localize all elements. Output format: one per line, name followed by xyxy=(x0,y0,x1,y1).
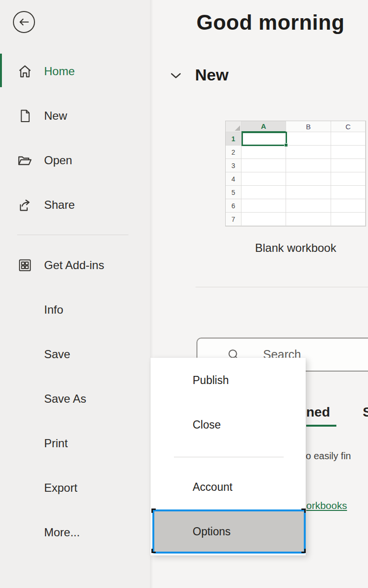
grid-cell xyxy=(242,146,286,159)
grid-cell xyxy=(242,159,286,172)
chevron-down-icon xyxy=(170,71,182,80)
column-header: B xyxy=(286,121,331,132)
grid-cell xyxy=(242,213,286,226)
more-workbooks-link-fragment[interactable]: orkbooks xyxy=(306,500,347,511)
focus-corner-mark xyxy=(301,509,306,513)
row-header: 4 xyxy=(226,172,242,186)
grid-cell xyxy=(331,186,366,199)
sidebar-item-print[interactable]: Print xyxy=(0,421,150,465)
collapse-new-section-button[interactable] xyxy=(170,71,182,82)
column-header: C xyxy=(331,121,366,132)
open-folder-icon xyxy=(17,153,33,168)
column-header: A xyxy=(242,121,286,132)
sidebar-item-label: Share xyxy=(44,198,75,212)
blank-workbook-template[interactable]: A B C 1 2 3 4 5 6 7 Blank workbook xyxy=(225,121,366,255)
tab-pinned-fragment[interactable]: ned xyxy=(306,405,330,420)
sidebar-item-info[interactable]: Info xyxy=(0,287,150,332)
sidebar-item-home[interactable]: Home xyxy=(0,49,150,93)
fill-handle xyxy=(284,143,288,147)
grid-cell xyxy=(331,146,366,159)
new-document-icon xyxy=(17,108,33,124)
sidebar-item-label: Print xyxy=(44,437,68,450)
back-button[interactable] xyxy=(13,11,35,33)
focus-corner-mark xyxy=(301,549,306,553)
grid-cell xyxy=(331,159,366,172)
share-icon xyxy=(17,197,33,213)
focus-corner-mark xyxy=(151,509,156,513)
tab-shared-fragment[interactable]: S xyxy=(363,405,368,420)
pinned-hint-fragment: o easily fin xyxy=(306,451,351,462)
grid-cell xyxy=(331,213,366,226)
sidebar-item-label: More... xyxy=(44,526,80,539)
selected-cell-a1 xyxy=(242,132,287,146)
grid-cell xyxy=(286,186,331,199)
sidebar-item-save-as[interactable]: Save As xyxy=(0,376,150,421)
sidebar-divider xyxy=(17,235,128,235)
grid-cell xyxy=(286,213,331,226)
add-ins-icon xyxy=(17,258,33,273)
grid-cell xyxy=(286,146,331,159)
sidebar-item-new[interactable]: New xyxy=(0,93,150,138)
backstage-sidebar: Home New Open xyxy=(0,0,150,588)
menu-divider xyxy=(174,457,284,457)
back-arrow-icon xyxy=(17,15,31,29)
workbook-thumbnail: A B C 1 2 3 4 5 6 7 xyxy=(225,121,366,226)
sidebar-item-share[interactable]: Share xyxy=(0,182,150,227)
focus-corner-mark xyxy=(151,549,156,553)
sidebar-item-label: Open xyxy=(44,154,72,167)
grid-cell xyxy=(242,186,286,199)
section-divider xyxy=(196,287,368,287)
new-section-title: New xyxy=(195,66,229,84)
sidebar-item-label: Info xyxy=(44,303,63,317)
home-icon xyxy=(17,64,33,79)
sidebar-item-open[interactable]: Open xyxy=(0,138,150,182)
active-tab-underline xyxy=(306,425,336,427)
row-header: 1 xyxy=(226,132,242,146)
menu-item-account[interactable]: Account xyxy=(193,481,232,494)
sidebar-item-export[interactable]: Export xyxy=(0,465,150,510)
grid-cell xyxy=(331,132,366,146)
grid-cell xyxy=(331,172,366,186)
row-header: 7 xyxy=(226,213,242,226)
sidebar-item-more[interactable]: More... xyxy=(0,510,150,554)
menu-item-options[interactable]: Options xyxy=(152,509,306,554)
select-all-corner-cell xyxy=(226,121,242,132)
grid-cell xyxy=(286,132,331,146)
row-header: 6 xyxy=(226,199,242,213)
grid-cell xyxy=(286,159,331,172)
row-header: 3 xyxy=(226,159,242,172)
sidebar-item-label: Get Add-ins xyxy=(44,259,104,272)
menu-item-close[interactable]: Close xyxy=(193,418,221,431)
sidebar-item-label: Export xyxy=(44,481,77,495)
corner-triangle-icon xyxy=(235,125,240,131)
menu-item-publish[interactable]: Publish xyxy=(193,374,229,387)
sidebar-item-label: New xyxy=(44,109,67,123)
sidebar-item-label: Save xyxy=(44,348,70,361)
grid-cell xyxy=(242,199,286,213)
grid-cell xyxy=(286,199,331,213)
template-name: Blank workbook xyxy=(225,241,366,255)
page-title: Good morning xyxy=(196,11,345,34)
sidebar-nav: Home New Open xyxy=(0,49,150,554)
sidebar-item-get-add-ins[interactable]: Get Add-ins xyxy=(0,243,150,287)
sidebar-item-label: Save As xyxy=(44,392,86,406)
sidebar-item-label: Home xyxy=(44,65,75,78)
row-header: 5 xyxy=(226,186,242,199)
row-header: 2 xyxy=(226,146,242,159)
grid-cell xyxy=(242,172,286,186)
sidebar-item-save[interactable]: Save xyxy=(0,332,150,376)
grid-cell xyxy=(331,199,366,213)
file-menu-popup: Publish Close Account Options xyxy=(150,358,306,555)
grid-cell xyxy=(286,172,331,186)
